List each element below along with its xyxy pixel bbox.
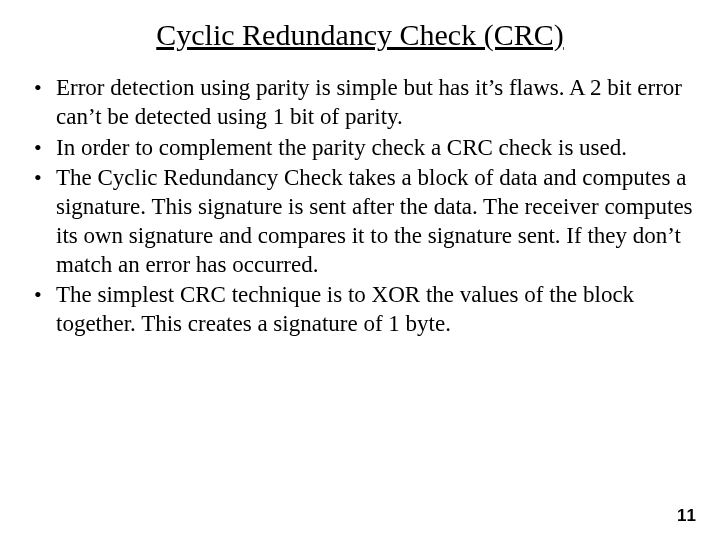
list-item: Error detection using parity is simple b…: [32, 74, 696, 132]
slide-title: Cyclic Redundancy Check (CRC): [24, 18, 696, 52]
slide: Cyclic Redundancy Check (CRC) Error dete…: [0, 0, 720, 540]
list-item: In order to complement the parity check …: [32, 134, 696, 163]
list-item: The Cyclic Redundancy Check takes a bloc…: [32, 164, 696, 279]
bullet-list: Error detection using parity is simple b…: [24, 74, 696, 339]
list-item: The simplest CRC technique is to XOR the…: [32, 281, 696, 339]
page-number: 11: [677, 506, 696, 526]
